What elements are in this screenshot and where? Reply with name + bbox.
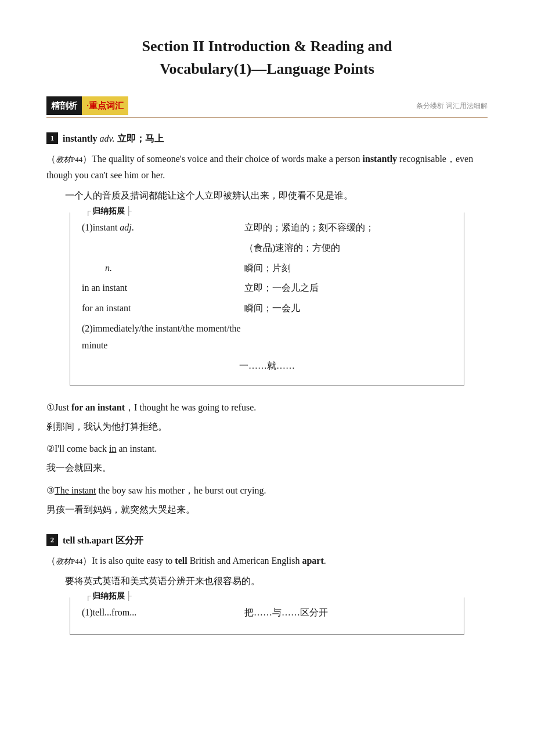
word2-expand-box: ┌ 归纳拓展 ├ (1)tell...from... 把……与……区分开 xyxy=(70,597,464,635)
word1-word: instantly xyxy=(63,134,98,143)
word2-word: tell sth.apart xyxy=(63,535,113,545)
word1-expand-header: ┌ 归纳拓展 ├ xyxy=(82,204,135,218)
word1-ex1-cn: 刹那间，我认为他打算拒绝。 xyxy=(46,419,488,435)
expand1-center: 一……就…… xyxy=(82,358,452,373)
word1-ex1: ①Just for an instant，I thought he was go… xyxy=(46,399,488,416)
expand1-right-6 xyxy=(244,321,452,354)
expand1-left-3: n. xyxy=(82,260,244,277)
word2-title: tell sth.apart 区分开 xyxy=(63,532,143,548)
title-line2: Vocabulary(1)—Language Points xyxy=(46,57,488,80)
expand1-left-2 xyxy=(82,240,244,257)
banner-tag2: ·重点词汇 xyxy=(82,96,128,115)
page-title: Section II Introduction & Reading and Vo… xyxy=(46,35,488,80)
word2-meaning: 区分开 xyxy=(116,535,143,545)
expand1-right-2: （食品)速溶的；方便的 xyxy=(244,240,452,257)
word1-expand-title: 归纳拓展 xyxy=(92,204,125,218)
word2-example-cn: 要将英式英语和美式英语分辨开来也很容易的。 xyxy=(46,573,488,590)
expand1-left-6: (2)immediately/the instant/the moment/th… xyxy=(82,321,244,354)
word2-bold2: apart xyxy=(302,556,323,566)
word1-number: 1 xyxy=(46,132,58,144)
word2-number: 2 xyxy=(46,534,58,546)
word1-title: instantly adv. 立即；马上 xyxy=(63,131,164,146)
word2-example-line: （教材P44）It is also quite easy to tell Bri… xyxy=(46,553,488,570)
word1-ex2-cn: 我一会就回来。 xyxy=(46,460,488,477)
word2-expand-right-1: 把……与……区分开 xyxy=(244,604,452,621)
banner-tag1: 精剖析 xyxy=(46,96,82,115)
expand1-left-4: in an instant xyxy=(82,280,244,297)
word2-source-page: P44 xyxy=(71,557,82,566)
word1-source-label: 教材 xyxy=(56,155,71,164)
word1-example-cn: 一个人的音质及措词都能让这个人立即被辨认出来，即使看不见是谁。 xyxy=(46,188,488,204)
banner-right-text: 条分缕析 词汇用法细解 xyxy=(416,100,488,111)
expand1-right-5: 瞬间；一会儿 xyxy=(244,300,452,317)
word1-meaning: 立即；马上 xyxy=(117,134,164,143)
word2-bold1: tell xyxy=(175,556,187,566)
word1-ex3: ③The instant the boy saw his mother，he b… xyxy=(46,483,488,499)
word2-expand-title: 归纳拓展 xyxy=(92,589,125,603)
word1-example-bold: instantly xyxy=(363,154,398,164)
expand1-right-4: 立即；一会儿之后 xyxy=(244,280,452,297)
word2-source-label: 教材 xyxy=(56,557,71,566)
word1-ex3-cn: 男孩一看到妈妈，就突然大哭起来。 xyxy=(46,502,488,519)
section-banner: 精剖析 ·重点词汇 条分缕析 词汇用法细解 xyxy=(46,96,488,118)
word2-entry: 2 tell sth.apart 区分开 （教材P44）It is also q… xyxy=(46,532,488,635)
expand1-right-1: 立即的；紧迫的；刻不容缓的； xyxy=(244,219,452,236)
expand1-left-5: for an instant xyxy=(82,300,244,317)
word1-pos: adv. xyxy=(100,134,115,143)
word2-expand-left-1: (1)tell...from... xyxy=(82,604,244,621)
title-line1: Section II Introduction & Reading and xyxy=(46,35,488,57)
expand1-left-1: (1)instant adj. xyxy=(82,219,244,236)
word1-source-page: P44 xyxy=(71,155,82,164)
word2-expand-header: ┌ 归纳拓展 ├ xyxy=(82,589,135,603)
word1-expand-box: ┌ 归纳拓展 ├ (1)instant adj. 立即的；紧迫的；刻不容缓的； … xyxy=(70,213,464,386)
word1-example-line1: （教材P44）The quality of someone's voice an… xyxy=(46,151,488,185)
word1-entry: 1 instantly adv. 立即；马上 （教材P44）The qualit… xyxy=(46,131,488,519)
word1-ex2: ②I'll come back in an instant. xyxy=(46,441,488,458)
expand1-right-3: 瞬间；片刻 xyxy=(244,260,452,277)
